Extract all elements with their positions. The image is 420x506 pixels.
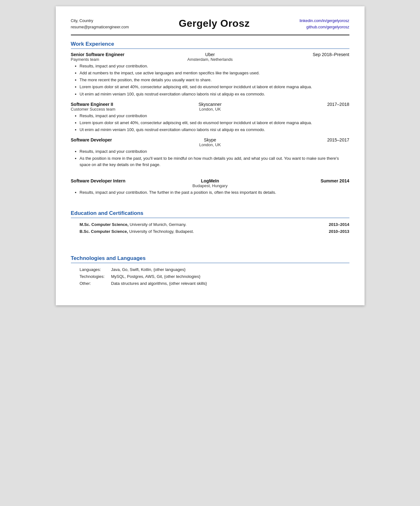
- edu-text-1: M.Sc. Computer Science, University of Mu…: [80, 221, 329, 228]
- spacer-2: [71, 200, 349, 205]
- job-dates-1: Sep 2018–Present: [256, 52, 349, 57]
- technologies-list: Languages: Java, Go, Swift, Kotlin, {oth…: [80, 266, 349, 287]
- job-subrow-3: London, UK: [71, 142, 349, 147]
- tech-value-2: MySQL, Postgres, AWS, Git, {other techno…: [111, 273, 349, 280]
- education-section: Education and Certifications M.Sc. Compu…: [71, 210, 349, 242]
- list-item: As the position is more in the past, you…: [80, 155, 349, 168]
- list-item: Languages: Java, Go, Swift, Kotlin, {oth…: [80, 266, 349, 273]
- list-item: Results, impact and your contribution: [80, 113, 349, 119]
- resume-header: City, Country resume@pragmaticengineer.c…: [71, 18, 349, 35]
- job-header-row-4: Software Developer Intern LogMeIn Summer…: [71, 178, 349, 183]
- job-team-4: [71, 183, 164, 188]
- education-title: Education and Certifications: [71, 210, 349, 216]
- tech-label-2: Technologies:: [80, 273, 111, 280]
- job-bullets-4: Results, impact and your contribution. T…: [80, 189, 349, 196]
- job-bullets-3: Results, impact and your contribution As…: [80, 148, 349, 168]
- edu-text-3: [80, 235, 349, 242]
- edu-year-1: 2013–2014: [329, 221, 349, 228]
- list-item: [80, 235, 349, 242]
- job-location-4: Budapest, Hungary: [164, 183, 256, 188]
- candidate-name: Gergely Orosz: [129, 18, 300, 29]
- technologies-section: Technologies and Languages Languages: Ja…: [71, 255, 349, 287]
- job-subrow-4: Budapest, Hungary: [71, 183, 349, 188]
- spacer-3: [71, 245, 349, 250]
- edu-bold-2: B.Sc. Computer Science,: [80, 229, 128, 234]
- job-subrow-1: Payments team Amsterdam, Netherlands: [71, 57, 349, 62]
- job-entry-2: Software Engineer II Skyscanner 2017–201…: [71, 102, 349, 133]
- job-entry-1: Senior Software Engineer Uber Sep 2018–P…: [71, 52, 349, 97]
- job-header-row-1: Senior Software Engineer Uber Sep 2018–P…: [71, 52, 349, 57]
- list-item: Add at numbers to the impact, use active…: [80, 70, 349, 76]
- list-item: B.Sc. Computer Science, University of Te…: [80, 228, 349, 235]
- job-location-3: London, UK: [164, 142, 256, 147]
- job-dates-2: 2017–2018: [256, 102, 349, 107]
- job-team-2: Customer Success team: [71, 107, 164, 112]
- resume-page: City, Country resume@pragmaticengineer.c…: [56, 6, 365, 305]
- social-links: linkedin.com/in/gergelyorosz github.com/…: [300, 18, 349, 30]
- edu-text-2: B.Sc. Computer Science, University of Te…: [80, 228, 329, 235]
- edu-year-2: 2010–2013: [329, 228, 349, 235]
- job-company-4: LogMeIn: [164, 178, 256, 183]
- job-title-4: Software Developer Intern: [71, 178, 164, 183]
- list-item: Ut enim ad minim veniam 100, quis nostru…: [80, 127, 349, 133]
- contact-city: City, Country: [71, 18, 129, 24]
- technologies-title: Technologies and Languages: [71, 255, 349, 262]
- list-item: Results, impact and your contribution: [80, 148, 349, 155]
- contact-email: resume@pragmaticengineer.com: [71, 24, 129, 30]
- job-team-1: Payments team: [71, 57, 164, 62]
- job-subrow-2: Customer Success team London, UK: [71, 107, 349, 112]
- job-bullets-2: Results, impact and your contribution Lo…: [80, 113, 349, 133]
- work-experience-section: Work Experience Senior Software Engineer…: [71, 41, 349, 196]
- list-item: Lorem ipsum dolor sit amet 40%, consecte…: [80, 84, 349, 90]
- job-entry-3: Software Developer Skype 2015–2017 Londo…: [71, 137, 349, 168]
- header-name-block: Gergely Orosz: [129, 18, 300, 29]
- job-company-3: Skype: [164, 137, 256, 142]
- list-item: Results, impact and your contribution.: [80, 63, 349, 69]
- list-item: Results, impact and your contribution. T…: [80, 189, 349, 196]
- job-dates-3: 2015–2017: [256, 137, 349, 142]
- work-experience-title: Work Experience: [71, 41, 349, 47]
- tech-value-1: Java, Go, Swift, Kotlin, {other language…: [111, 266, 349, 273]
- list-item: Other: Data structures and algorithms, {…: [80, 280, 349, 287]
- list-item: M.Sc. Computer Science, University of Mu…: [80, 221, 349, 228]
- job-team-3: [71, 142, 164, 147]
- job-location-1: Amsterdam, Netherlands: [164, 57, 256, 62]
- tech-label-1: Languages:: [80, 266, 111, 273]
- list-item: Lorem ipsum dolor sit amet 40%, consecte…: [80, 120, 349, 126]
- job-company-2: Skyscanner: [164, 102, 256, 107]
- education-list: M.Sc. Computer Science, University of Mu…: [80, 221, 349, 242]
- job-entry-4: Software Developer Intern LogMeIn Summer…: [71, 178, 349, 196]
- job-title-2: Software Engineer II: [71, 102, 164, 107]
- job-header-row-3: Software Developer Skype 2015–2017: [71, 137, 349, 142]
- job-bullets-1: Results, impact and your contribution. A…: [80, 63, 349, 97]
- job-title-1: Senior Software Engineer: [71, 52, 164, 57]
- job-dates-4: Summer 2014: [256, 178, 349, 183]
- work-experience-divider: [71, 49, 349, 49]
- spacer: [71, 173, 349, 178]
- job-location-2: London, UK: [164, 107, 256, 112]
- tech-value-3: Data structures and algorithms, {other r…: [111, 280, 349, 287]
- education-divider: [71, 218, 349, 218]
- linkedin-link[interactable]: linkedin.com/in/gergelyorosz: [300, 18, 349, 24]
- job-header-row-2: Software Engineer II Skyscanner 2017–201…: [71, 102, 349, 107]
- list-item: Ut enim ad minim veniam 100, quis nostru…: [80, 91, 349, 97]
- list-item: Technologies: MySQL, Postgres, AWS, Git,…: [80, 273, 349, 280]
- technologies-divider: [71, 263, 349, 263]
- list-item: The more recent the position, the more d…: [80, 77, 349, 83]
- job-title-3: Software Developer: [71, 137, 164, 142]
- tech-label-3: Other:: [80, 280, 111, 287]
- github-link[interactable]: github.com/gergelyorosz: [300, 24, 349, 30]
- contact-info: City, Country resume@pragmaticengineer.c…: [71, 18, 129, 30]
- edu-bold-1: M.Sc. Computer Science,: [80, 222, 129, 227]
- job-company-1: Uber: [164, 52, 256, 57]
